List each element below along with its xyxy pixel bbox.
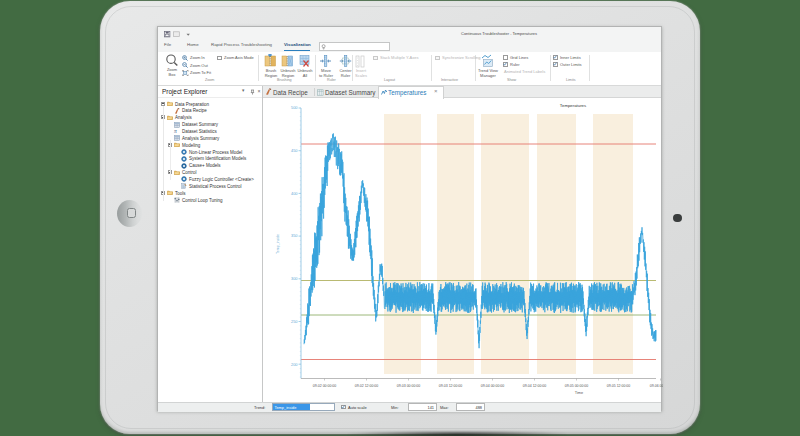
svg-text:400: 400: [291, 191, 298, 196]
svg-text:300: 300: [291, 276, 298, 281]
svg-text:Temp_inside: Temp_inside: [276, 234, 280, 254]
svg-text:450: 450: [291, 148, 298, 153]
svg-text:Temperatures: Temperatures: [560, 103, 586, 108]
svg-text:09-05 00:00:00: 09-05 00:00:00: [565, 384, 589, 388]
svg-text:09-03 00:00:00: 09-03 00:00:00: [397, 384, 421, 388]
svg-text:Time: Time: [575, 391, 583, 395]
svg-text:200: 200: [291, 362, 298, 367]
svg-text:350: 350: [291, 233, 298, 238]
svg-text:09-05 12:00:00: 09-05 12:00:00: [607, 384, 631, 388]
svg-text:500: 500: [291, 105, 298, 110]
svg-text:09-02 12:00:00: 09-02 12:00:00: [355, 384, 379, 388]
svg-text:09-03 12:00:00: 09-03 12:00:00: [439, 384, 463, 388]
svg-text:09-06 00:00:0: 09-06 00:00:0: [650, 384, 663, 388]
svg-text:09-04 00:00:00: 09-04 00:00:00: [481, 384, 505, 388]
svg-text:09-02 00:00:00: 09-02 00:00:00: [313, 384, 337, 388]
svg-text:250: 250: [291, 319, 298, 324]
svg-text:09-04 12:00:00: 09-04 12:00:00: [523, 384, 547, 388]
